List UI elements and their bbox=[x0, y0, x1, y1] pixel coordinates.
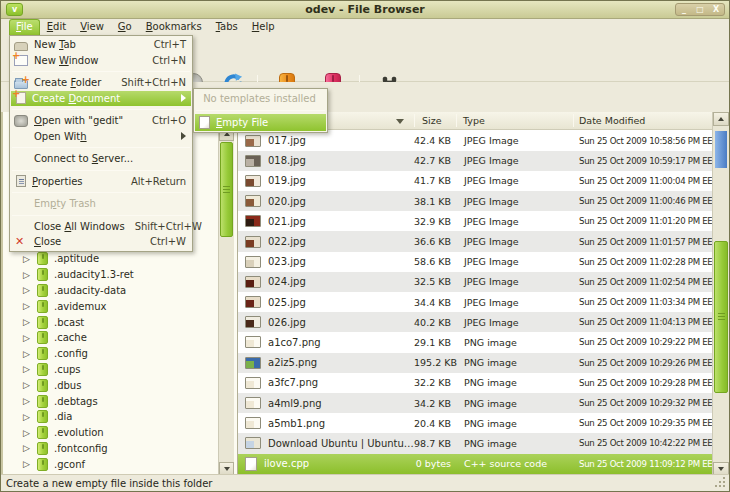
menubar-item-edit[interactable]: Edit bbox=[40, 19, 73, 35]
tree-item-label: .gconf bbox=[54, 459, 85, 470]
menubar-item-help[interactable]: Help bbox=[245, 19, 282, 35]
menubar-item-file[interactable]: File bbox=[9, 19, 40, 35]
tree-item-debtags[interactable]: ▷.debtags bbox=[3, 393, 215, 409]
menu-item-create-document[interactable]: Create Document bbox=[11, 91, 191, 107]
minimize-window-icon[interactable]: _ bbox=[676, 4, 692, 15]
file-row-026-jpg[interactable]: 026.jpg40.2 KBJPEG ImageSun 25 Oct 2009 … bbox=[238, 312, 712, 332]
expander-icon[interactable]: ▷ bbox=[23, 441, 37, 455]
menu-item-open-with-gedit[interactable]: Open with "gedit"Ctrl+O bbox=[11, 113, 191, 129]
menu-item-new-window[interactable]: New WindowCtrl+N bbox=[11, 53, 191, 69]
menu-item-label: Close bbox=[34, 236, 61, 247]
sidebar-scrollbar[interactable] bbox=[218, 112, 234, 476]
file-name: a1co7.png bbox=[268, 337, 321, 348]
file-type: JPEG Image bbox=[456, 297, 573, 308]
source-file-icon bbox=[245, 457, 257, 471]
resize-grip[interactable] bbox=[714, 476, 725, 487]
properties-icon bbox=[16, 175, 26, 187]
tree-item-audacity1-3-ret[interactable]: ▷.audacity1.3-ret bbox=[3, 267, 215, 283]
file-row-ilove-cpp[interactable]: ilove.cpp0 bytesC++ source codeSun 25 Oc… bbox=[238, 454, 712, 474]
file-row-017-jpg[interactable]: 017.jpg42.4 KBJPEG ImageSun 25 Oct 2009 … bbox=[238, 131, 712, 151]
file-row-020-jpg[interactable]: 020.jpg38.1 KBJPEG ImageSun 25 Oct 2009 … bbox=[238, 191, 712, 211]
close-window-icon[interactable]: X bbox=[708, 4, 724, 15]
no-icon bbox=[14, 130, 28, 143]
column-header-size[interactable]: Size bbox=[422, 115, 442, 126]
tree-item-cache[interactable]: ▷.cache bbox=[3, 330, 215, 346]
tree-item-gconf[interactable]: ▷.gconf bbox=[3, 456, 215, 472]
tree-item-aptitude[interactable]: ▷.aptitude bbox=[3, 251, 215, 267]
no-icon bbox=[14, 152, 28, 165]
file-row-022-jpg[interactable]: 022.jpg36.6 KBJPEG ImageSun 25 Oct 2009 … bbox=[238, 231, 712, 251]
file-row-a5mb1-png[interactable]: a5mb1.png20.4 KBPNG imageSun 25 Oct 2009… bbox=[238, 413, 712, 433]
tree-item-bcast[interactable]: ▷.bcast bbox=[3, 314, 215, 330]
file-row-025-jpg[interactable]: 025.jpg34.4 KBJPEG ImageSun 25 Oct 2009 … bbox=[238, 292, 712, 312]
file-row-024-jpg[interactable]: 024.jpg32.5 KBJPEG ImageSun 25 Oct 2009 … bbox=[238, 272, 712, 292]
expander-icon[interactable]: ▷ bbox=[23, 457, 37, 471]
tree-item-audacity-data[interactable]: ▷.audacity-data bbox=[3, 283, 215, 299]
tree-item-cups[interactable]: ▷.cups bbox=[3, 362, 215, 378]
expander-icon[interactable]: ▷ bbox=[23, 299, 37, 313]
menu-item-empty-file[interactable]: Empty File bbox=[195, 114, 326, 131]
file-row-a3fc7-png[interactable]: a3fc7.png32.2 KBPNG imageSun 25 Oct 2009… bbox=[238, 373, 712, 393]
scroll-up-button[interactable] bbox=[713, 112, 729, 126]
expander-icon[interactable]: ▷ bbox=[23, 331, 37, 345]
tree-item-dia[interactable]: ▷.dia bbox=[3, 409, 215, 425]
tree-item-fontconfig[interactable]: ▷.fontconfig bbox=[3, 441, 215, 457]
file-size: 0 bytes bbox=[414, 458, 456, 469]
menu-item-create-folder[interactable]: Create FolderShift+Ctrl+N bbox=[11, 75, 191, 91]
file-name: 025.jpg bbox=[268, 297, 306, 308]
file-row-download-ubuntu-ubuntu-12565[interactable]: Download Ubuntu | Ubuntu_12565...98.7 KB… bbox=[238, 433, 712, 453]
expander-icon[interactable]: ▷ bbox=[23, 394, 37, 408]
tree-item-evolution[interactable]: ▷.evolution bbox=[3, 425, 215, 441]
expander-icon[interactable]: ▷ bbox=[23, 283, 37, 297]
file-list-scrollbar[interactable] bbox=[712, 112, 729, 476]
menu-item-open-with[interactable]: Open With bbox=[11, 129, 191, 145]
menu-separator bbox=[12, 109, 190, 110]
menubar-item-view[interactable]: View bbox=[73, 19, 111, 35]
expander-icon[interactable]: ▷ bbox=[23, 315, 37, 329]
expander-icon[interactable]: ▷ bbox=[23, 362, 37, 376]
menubar-item-bookmarks[interactable]: Bookmarks bbox=[139, 19, 209, 35]
expander-icon[interactable]: ▷ bbox=[23, 426, 37, 440]
sidebar-scrollbar-thumb[interactable] bbox=[220, 142, 233, 237]
file-type: JPEG Image bbox=[456, 216, 573, 227]
tree-item-label: .avidemux bbox=[54, 301, 107, 312]
menu-item-new-tab[interactable]: New TabCtrl+T bbox=[11, 37, 191, 53]
file-row-a2iz5-png[interactable]: a2iz5.png195.2 KBPNG imageSun 25 Oct 200… bbox=[238, 353, 712, 373]
expander-icon[interactable]: ▷ bbox=[23, 252, 37, 266]
menu-item-properties[interactable]: PropertiesAlt+Return bbox=[11, 174, 191, 190]
file-row-019-jpg[interactable]: 019.jpg41.7 KBJPEG ImageSun 25 Oct 2009 … bbox=[238, 171, 712, 191]
tree-item-label: .fontconfig bbox=[54, 443, 108, 454]
file-row-021-jpg[interactable]: 021.jpg32.9 KBJPEG ImageSun 25 Oct 2009 … bbox=[238, 211, 712, 231]
file-row-023-jpg[interactable]: 023.jpg58.6 KBJPEG ImageSun 25 Oct 2009 … bbox=[238, 252, 712, 272]
maximize-window-icon[interactable]: □ bbox=[692, 4, 708, 15]
image-thumbnail-icon bbox=[245, 155, 261, 167]
file-row-a1co7-png[interactable]: a1co7.png29.1 KBPNG imageSun 25 Oct 2009… bbox=[238, 332, 712, 352]
menubar-item-go[interactable]: Go bbox=[111, 19, 139, 35]
menu-separator bbox=[12, 147, 190, 148]
menu-item-connect-to-server[interactable]: Connect to Server... bbox=[11, 151, 191, 167]
file-row-018-jpg[interactable]: 018.jpg42.7 KBJPEG ImageSun 25 Oct 2009 … bbox=[238, 151, 712, 171]
tree-item-avidemux[interactable]: ▷.avidemux bbox=[3, 298, 215, 314]
tree-item-dbus[interactable]: ▷.dbus bbox=[3, 377, 215, 393]
column-header-type[interactable]: Type bbox=[463, 115, 485, 126]
expander-icon[interactable]: ▷ bbox=[23, 347, 37, 361]
file-name-cell: a3fc7.png bbox=[238, 377, 414, 389]
file-row-a4ml9-png[interactable]: a4ml9.png34.2 KBPNG imageSun 25 Oct 2009… bbox=[238, 393, 712, 413]
menu-separator bbox=[12, 170, 190, 171]
menu-item-close-all-windows[interactable]: Close All WindowsShift+Ctrl+W bbox=[11, 219, 191, 235]
expander-icon[interactable]: ▷ bbox=[23, 410, 37, 424]
menubar-item-tabs[interactable]: Tabs bbox=[209, 19, 245, 35]
expander-icon[interactable]: ▷ bbox=[23, 378, 37, 392]
window-menu-icon[interactable]: v bbox=[6, 3, 23, 16]
titlebar[interactable]: v odev - File Browser _□X bbox=[1, 1, 729, 19]
expander-icon[interactable]: ▷ bbox=[23, 268, 37, 282]
file-list-scrollbar-thumb[interactable] bbox=[714, 241, 728, 393]
menu-item-close[interactable]: CloseCtrl+W bbox=[11, 234, 191, 250]
column-header-date-modified[interactable]: Date Modified bbox=[579, 115, 645, 126]
file-name-cell: 018.jpg bbox=[238, 155, 414, 167]
file-date-modified: Sun 25 Oct 2009 11:01:57 PM EET bbox=[573, 237, 712, 247]
tree-item-config[interactable]: ▷.config bbox=[3, 346, 215, 362]
folder-icon bbox=[37, 347, 48, 360]
menubar: FileEditViewGoBookmarksTabsHelp bbox=[1, 19, 729, 35]
menu-item-label: New Window bbox=[34, 55, 98, 66]
